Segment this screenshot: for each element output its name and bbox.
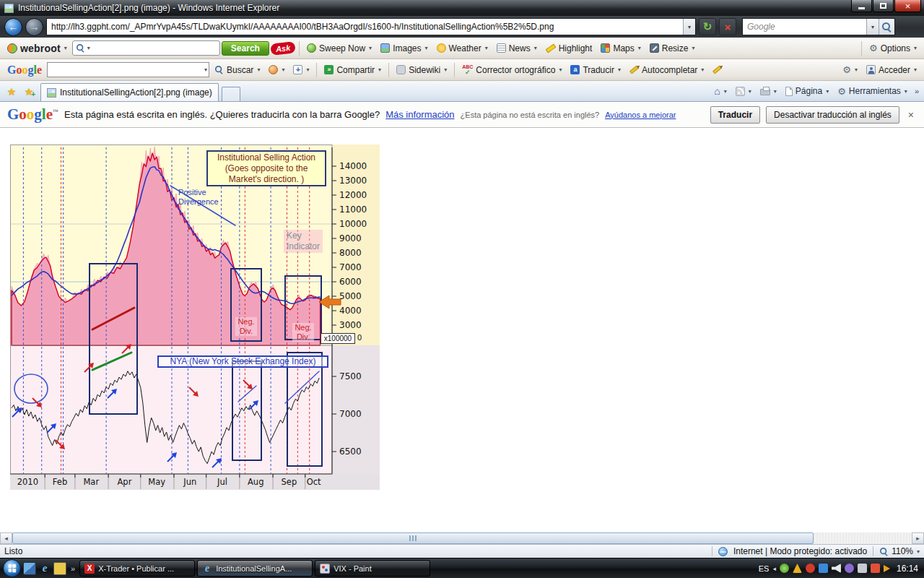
google-search-input[interactable]: [49, 65, 204, 75]
close-button[interactable]: ×: [894, 0, 921, 12]
google-add-button[interactable]: +▾: [289, 63, 313, 77]
sweep-icon: [307, 43, 316, 53]
google-item-translate[interactable]: aTraducir▾: [567, 63, 624, 77]
address-input[interactable]: [47, 19, 683, 35]
tick-label: 9000: [339, 233, 362, 243]
search-dropdown-button[interactable]: ▾: [866, 19, 879, 35]
feeds-button[interactable]: ▾: [732, 85, 755, 98]
webroot-menu[interactable]: webroot ▾: [4, 40, 71, 56]
more-info-link[interactable]: Más información: [385, 109, 454, 120]
search-input[interactable]: [743, 19, 866, 35]
forward-button[interactable]: →: [25, 18, 43, 36]
taskbar-button-xtrader[interactable]: X X-Trader • Publicar ...: [79, 560, 195, 577]
stop-button[interactable]: ×: [719, 18, 736, 35]
chevron-down-icon: ▾: [855, 66, 858, 73]
favorites-button[interactable]: ★: [3, 84, 20, 100]
quick-launch-flip3d[interactable]: [23, 562, 36, 575]
search-box[interactable]: ▾: [742, 18, 895, 35]
scroll-left-button[interactable]: ◂: [0, 532, 12, 544]
search-go-button[interactable]: [879, 19, 894, 35]
quick-launch-ie[interactable]: e: [38, 562, 51, 575]
tick-label: 4000: [339, 306, 362, 316]
disable-translation-button[interactable]: Desactivar traducción al inglés: [766, 106, 899, 124]
webroot-item-highlight[interactable]: Highlight: [542, 41, 596, 56]
tray-icon[interactable]: [845, 564, 854, 573]
webroot-item-images[interactable]: Images▾: [377, 41, 431, 56]
webroot-item-resize[interactable]: Resize▾: [646, 41, 699, 56]
tray-icon[interactable]: [806, 564, 815, 573]
tray-collapse-button[interactable]: ◂: [772, 565, 776, 572]
quick-launch-overflow[interactable]: »: [69, 564, 77, 573]
tray-icon[interactable]: [819, 564, 828, 573]
scroll-right-button[interactable]: ▸: [912, 532, 924, 544]
help-improve-link[interactable]: Ayúdanos a mejorar: [605, 111, 676, 119]
scroll-track[interactable]: [12, 532, 912, 544]
translate-button[interactable]: Traducir: [710, 106, 760, 124]
tray-icon[interactable]: [871, 564, 880, 573]
webroot-options-menu[interactable]: ⚙Options▾: [866, 41, 920, 56]
scroll-thumb[interactable]: [12, 532, 814, 544]
google-logo-menu[interactable]: Google: [4, 61, 45, 79]
google-item-sidewiki[interactable]: Sidewiki▾: [393, 63, 450, 77]
webroot-search-field[interactable]: ▾: [72, 40, 220, 56]
tray-icon[interactable]: [780, 564, 789, 573]
tray-icon[interactable]: [832, 564, 841, 573]
xtrader-icon: X: [84, 564, 95, 574]
tray-icon[interactable]: [858, 564, 867, 573]
nya-index-label: NYA (New York Stock Exhange Index): [157, 355, 328, 368]
google-settings-button[interactable]: ⚙▾: [839, 63, 861, 77]
home-button[interactable]: ⌂▾: [710, 84, 730, 98]
print-button[interactable]: ▾: [757, 85, 780, 98]
zoom-control[interactable]: 110% ▾: [879, 546, 920, 556]
tab-institutional-selling[interactable]: InstitutionalSellingAction[2].png (image…: [40, 83, 219, 101]
maximize-button[interactable]: [873, 0, 894, 12]
tick-label: 5000: [339, 291, 362, 301]
chevron-down-icon: ▾: [914, 45, 917, 51]
webroot-search-button[interactable]: Search: [222, 41, 269, 56]
language-indicator[interactable]: ES: [759, 564, 770, 573]
rss-icon: [736, 87, 745, 96]
webroot-item-maps[interactable]: Maps▾: [597, 41, 644, 56]
google-item-autofill[interactable]: Autocompletar▾: [626, 63, 707, 77]
webroot-item-sweep-now[interactable]: Sweep Now▾: [303, 41, 375, 56]
back-button[interactable]: ←: [4, 18, 22, 36]
horizontal-scrollbar[interactable]: ◂ ▸: [0, 532, 924, 544]
scroll-grip-icon: [409, 535, 417, 541]
task-label: X-Trader • Publicar ...: [98, 564, 174, 573]
refresh-button[interactable]: ↻: [699, 18, 716, 35]
new-tab-button[interactable]: [222, 87, 240, 101]
google-search-field[interactable]: ▾: [47, 62, 209, 77]
google-sign-in-button[interactable]: Acceder▾: [863, 63, 920, 77]
google-item-share[interactable]: »Compartir▾: [321, 63, 385, 77]
flag-icon[interactable]: [884, 565, 890, 572]
close-icon[interactable]: ×: [905, 109, 917, 121]
chart-image[interactable]: 1400013000120001100010000900080007000600…: [10, 144, 380, 490]
address-dropdown-button[interactable]: ▾: [683, 19, 695, 35]
google-search-button[interactable]: Buscar▾: [211, 63, 263, 77]
start-button[interactable]: [3, 559, 21, 577]
taskbar-button-paint[interactable]: VIX - Paint: [315, 560, 430, 577]
webroot-item-weather[interactable]: Weather▾: [433, 41, 492, 56]
taskbar-button-ie-active[interactable]: e InstitutionalSellingA...: [197, 560, 313, 577]
translate-secondary-message: ¿Esta página no está escrita en inglés?: [461, 111, 600, 119]
command-overflow-button[interactable]: »: [912, 87, 921, 95]
month-label: Apr: [117, 477, 131, 487]
page-content: 1400013000120001100010000900080007000600…: [0, 128, 924, 532]
google-item-spellcheck[interactable]: ABC✓Corrector ortográfico▾: [458, 62, 565, 78]
clock[interactable]: 16:14: [897, 564, 918, 574]
google-gadget-button[interactable]: ▾: [265, 63, 288, 77]
page-menu[interactable]: Página▾: [782, 84, 832, 98]
minimize-button[interactable]: [851, 0, 872, 12]
item-label: Resize: [662, 43, 689, 53]
tools-menu[interactable]: ⚙Herramientas▾: [834, 84, 911, 98]
address-bar[interactable]: ▾: [46, 18, 696, 35]
webroot-search-input[interactable]: [92, 43, 217, 53]
webroot-item-news[interactable]: News▾: [493, 41, 541, 56]
google-highlighter-button[interactable]: [709, 66, 725, 74]
pencil-icon: [629, 65, 639, 74]
quick-launch-app[interactable]: [53, 562, 66, 575]
add-favorite-button[interactable]: ★+: [20, 84, 38, 100]
chart-title-line: Market's direction. ): [208, 174, 325, 185]
translate-icon: a: [570, 65, 580, 74]
tray-icon[interactable]: [793, 564, 802, 573]
